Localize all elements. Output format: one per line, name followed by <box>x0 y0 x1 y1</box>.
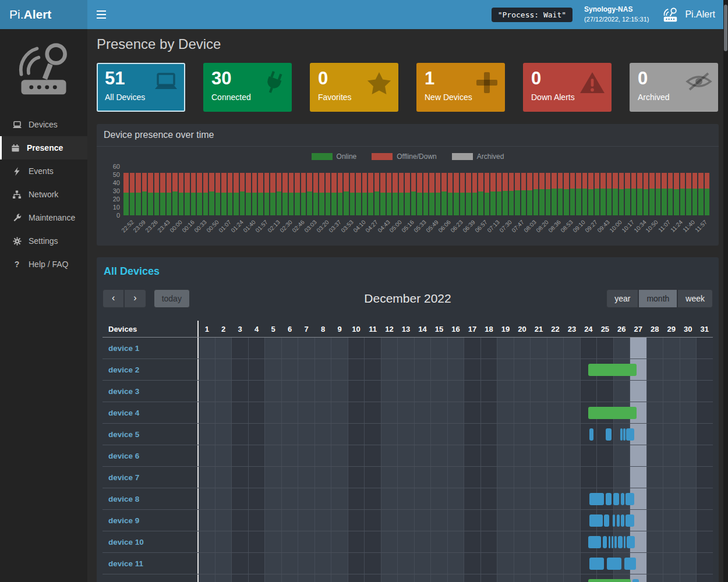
calendar-day-cell[interactable] <box>248 488 265 509</box>
calendar-day-cell[interactable] <box>563 338 580 359</box>
calendar-day-cell[interactable] <box>248 467 265 488</box>
calendar-day-cell[interactable] <box>430 553 447 574</box>
calendar-day-cell[interactable] <box>364 467 381 488</box>
calendar-day-cell[interactable] <box>281 488 298 509</box>
calendar-day-cell[interactable] <box>464 381 480 402</box>
calendar-day-cell[interactable] <box>580 338 597 359</box>
calendar-day-cell[interactable] <box>248 445 265 466</box>
calendar-day-cell[interactable] <box>646 574 663 582</box>
calendar-day-cell[interactable] <box>596 381 613 402</box>
prev-month-button[interactable]: ‹ <box>103 289 124 308</box>
calendar-day-cell[interactable] <box>630 381 646 402</box>
calendar-day-cell[interactable] <box>348 402 365 423</box>
calendar-day-cell[interactable] <box>264 402 281 423</box>
calendar-day-cell[interactable] <box>547 467 564 488</box>
calendar-day-cell[interactable] <box>364 338 381 359</box>
calendar-day-cell[interactable] <box>397 359 414 380</box>
calendar-day-cell[interactable] <box>281 553 298 574</box>
calendar-day-cell[interactable] <box>414 338 431 359</box>
calendar-day-cell[interactable] <box>414 510 431 531</box>
calendar-day-cell[interactable] <box>381 381 398 402</box>
calendar-day-cell[interactable] <box>563 488 580 509</box>
calendar-day-cell[interactable] <box>264 574 281 582</box>
calendar-day-cell[interactable] <box>696 445 713 466</box>
calendar-day-cell[interactable] <box>530 445 547 466</box>
device-link[interactable]: device 1 <box>103 338 197 359</box>
calendar-day-cell[interactable] <box>364 510 381 531</box>
presence-bar[interactable] <box>588 536 600 548</box>
calendar-day-cell[interactable] <box>231 553 248 574</box>
calendar-day-cell[interactable] <box>397 445 414 466</box>
calendar-day-cell[interactable] <box>480 510 497 531</box>
calendar-day-cell[interactable] <box>563 402 580 423</box>
calendar-day-cell[interactable] <box>414 445 431 466</box>
calendar-day-cell[interactable] <box>397 510 414 531</box>
calendar-day-cell[interactable] <box>596 467 613 488</box>
calendar-day-cell[interactable] <box>199 510 215 531</box>
presence-bar[interactable] <box>589 493 605 505</box>
calendar-day-cell[interactable] <box>663 531 680 552</box>
calendar-day-cell[interactable] <box>199 338 215 359</box>
calendar-day-cell[interactable] <box>397 402 414 423</box>
calendar-day-cell[interactable] <box>663 510 680 531</box>
calendar-day-cell[interactable] <box>447 424 464 445</box>
sidebar-item-events[interactable]: Events <box>0 159 87 183</box>
next-month-button[interactable]: › <box>124 289 146 308</box>
calendar-day-cell[interactable] <box>646 338 663 359</box>
calendar-day-cell[interactable] <box>464 488 480 509</box>
calendar-day-cell[interactable] <box>381 531 398 552</box>
calendar-day-cell[interactable] <box>696 402 713 423</box>
favorites-box[interactable]: 0 Favorites <box>310 63 398 112</box>
calendar-day-cell[interactable] <box>447 488 464 509</box>
calendar-day-cell[interactable] <box>397 424 414 445</box>
calendar-day-cell[interactable] <box>314 531 331 552</box>
calendar-day-cell[interactable] <box>646 445 663 466</box>
calendar-day-cell[interactable] <box>464 510 480 531</box>
calendar-day-cell[interactable] <box>663 445 680 466</box>
device-link[interactable]: device 8 <box>103 488 197 509</box>
calendar-day-cell[interactable] <box>497 424 514 445</box>
calendar-day-cell[interactable] <box>447 402 464 423</box>
calendar-day-cell[interactable] <box>464 553 480 574</box>
new-devices-box[interactable]: 1 New Devices <box>416 63 505 112</box>
device-link[interactable]: device 12 <box>103 574 197 582</box>
calendar-day-cell[interactable] <box>381 488 398 509</box>
calendar-day-cell[interactable] <box>264 510 281 531</box>
sidebar-item-help[interactable]: ? Help / FAQ <box>0 253 87 276</box>
presence-bar[interactable] <box>609 536 610 548</box>
calendar-day-cell[interactable] <box>314 359 331 380</box>
calendar-day-cell[interactable] <box>381 338 398 359</box>
calendar-day-cell[interactable] <box>563 381 580 402</box>
calendar-day-cell[interactable] <box>414 402 431 423</box>
calendar-day-cell[interactable] <box>447 531 464 552</box>
calendar-day-cell[interactable] <box>696 338 713 359</box>
calendar-day-cell[interactable] <box>430 338 447 359</box>
presence-bar[interactable] <box>588 364 637 376</box>
calendar-day-cell[interactable] <box>231 359 248 380</box>
presence-bar[interactable] <box>626 428 634 441</box>
calendar-day-cell[interactable] <box>215 338 232 359</box>
calendar-day-cell[interactable] <box>497 531 514 552</box>
calendar-day-cell[interactable] <box>514 553 531 574</box>
calendar-day-cell[interactable] <box>364 574 381 582</box>
calendar-day-cell[interactable] <box>613 445 630 466</box>
calendar-day-cell[interactable] <box>530 553 547 574</box>
calendar-day-cell[interactable] <box>231 338 248 359</box>
device-link[interactable]: device 9 <box>103 510 197 531</box>
calendar-day-cell[interactable] <box>464 467 480 488</box>
calendar-day-cell[interactable] <box>414 488 431 509</box>
presence-bar[interactable] <box>606 428 612 441</box>
calendar-day-cell[interactable] <box>248 553 265 574</box>
calendar-day-cell[interactable] <box>530 531 547 552</box>
calendar-day-cell[interactable] <box>447 510 464 531</box>
calendar-day-cell[interactable] <box>514 359 531 380</box>
calendar-day-cell[interactable] <box>447 553 464 574</box>
calendar-day-cell[interactable] <box>680 445 697 466</box>
calendar-day-cell[interactable] <box>397 467 414 488</box>
presence-bar[interactable] <box>623 428 625 441</box>
calendar-day-cell[interactable] <box>348 381 365 402</box>
calendar-day-cell[interactable] <box>264 338 281 359</box>
calendar-day-cell[interactable] <box>547 574 564 582</box>
calendar-day-cell[interactable] <box>298 359 314 380</box>
calendar-day-cell[interactable] <box>231 574 248 582</box>
